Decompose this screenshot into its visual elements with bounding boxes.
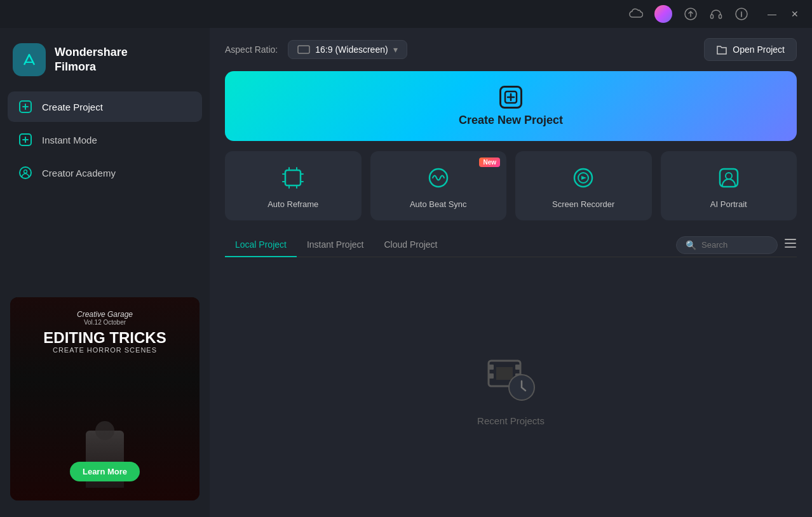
instant-mode-icon — [18, 132, 33, 147]
nav-menu: Create Project Instant Mode — [0, 91, 210, 188]
auto-reframe-label: Auto Reframe — [267, 199, 318, 209]
user-avatar[interactable] — [654, 5, 672, 23]
svg-rect-17 — [489, 365, 494, 370]
auto-beat-sync-label: Auto Beat Sync — [410, 199, 467, 209]
search-icon: 🔍 — [686, 240, 696, 250]
screen-recorder-icon — [568, 163, 599, 193]
promo-card: Creative Garage Vol.12 October EDITING T… — [10, 297, 200, 500]
svg-rect-19 — [515, 365, 520, 370]
empty-state: Recent Projects — [210, 257, 812, 517]
auto-beat-sync-card[interactable]: New Auto Beat Sync — [370, 151, 507, 220]
empty-state-icon — [482, 348, 539, 405]
create-banner-icon — [499, 86, 522, 109]
ai-portrait-label: AI Portrait — [710, 199, 747, 209]
titlebar: — ✕ — [0, 0, 812, 28]
svg-rect-8 — [298, 46, 309, 53]
sidebar-item-label: Create Project — [42, 102, 103, 112]
sidebar-item-create-project[interactable]: Create Project — [8, 91, 202, 122]
promo-small-title: Creative Garage — [77, 310, 133, 319]
learn-more-button[interactable]: Learn More — [70, 462, 140, 481]
search-box[interactable]: 🔍 — [676, 236, 778, 254]
auto-reframe-card[interactable]: Auto Reframe — [225, 151, 362, 220]
sidebar-item-creator-academy[interactable]: Creator Academy — [8, 158, 202, 188]
aspect-ratio-select[interactable]: 16:9 (Widescreen) ▾ — [288, 40, 407, 59]
topbar: Aspect Ratio: 16:9 (Widescreen) ▾ Open P… — [210, 28, 812, 71]
close-button[interactable]: ✕ — [788, 7, 802, 21]
aspect-ratio-label: Aspect Ratio: — [225, 44, 278, 55]
promo-main-title: EDITING TRICKS — [43, 330, 166, 346]
project-tabs: Local Project Instant Project Cloud Proj… — [210, 233, 812, 257]
ai-portrait-card[interactable]: AI Portrait — [661, 151, 797, 220]
dropdown-arrow: ▾ — [393, 44, 398, 55]
sidebar: Wondershare Filmora Create Project — [0, 28, 210, 517]
tab-instant-project[interactable]: Instant Project — [297, 233, 374, 257]
creator-academy-icon — [18, 165, 33, 180]
minimize-button[interactable]: — — [765, 7, 779, 21]
svg-point-7 — [24, 170, 27, 173]
create-banner-label: Create New Project — [459, 114, 563, 127]
search-input[interactable] — [701, 240, 765, 250]
create-project-icon — [18, 99, 33, 114]
upload-icon[interactable] — [684, 7, 698, 21]
info-icon[interactable] — [734, 7, 748, 21]
svg-rect-18 — [489, 373, 494, 379]
screen-recorder-card[interactable]: Screen Recorder — [515, 151, 652, 220]
auto-beat-sync-icon — [423, 163, 454, 193]
svg-point-15 — [726, 173, 732, 179]
tab-cloud-project[interactable]: Cloud Project — [374, 233, 447, 257]
logo-icon — [13, 43, 46, 76]
sidebar-item-instant-mode[interactable]: Instant Mode — [8, 124, 202, 155]
promo-sub-title: CREATE HORROR SCENES — [53, 346, 157, 354]
sidebar-item-label: Creator Academy — [42, 168, 116, 178]
cloud-icon[interactable] — [629, 7, 643, 21]
feature-cards: Auto Reframe New Auto Beat Sync — [225, 151, 797, 220]
empty-state-label: Recent Projects — [477, 415, 545, 426]
create-new-project-banner[interactable]: Create New Project — [225, 71, 797, 141]
svg-rect-10 — [285, 170, 301, 185]
open-project-button[interactable]: Open Project — [704, 38, 797, 61]
new-badge: New — [479, 158, 500, 167]
list-view-icon[interactable] — [784, 238, 797, 252]
auto-reframe-icon — [278, 163, 308, 193]
screen-recorder-label: Screen Recorder — [552, 199, 614, 209]
app-logo: Wondershare Filmora — [0, 34, 210, 91]
tab-local-project[interactable]: Local Project — [225, 233, 297, 257]
main-content: Aspect Ratio: 16:9 (Widescreen) ▾ Open P… — [210, 28, 812, 517]
aspect-ratio-value: 16:9 (Widescreen) — [315, 44, 388, 55]
ai-portrait-icon — [714, 163, 744, 193]
app-name: Wondershare — [55, 45, 128, 60]
headphones-icon[interactable] — [709, 7, 723, 21]
open-project-label: Open Project — [733, 44, 785, 55]
app-subtitle: Filmora — [55, 60, 128, 74]
promo-small-subtitle: Vol.12 October — [77, 319, 133, 326]
sidebar-item-label: Instant Mode — [42, 135, 97, 145]
